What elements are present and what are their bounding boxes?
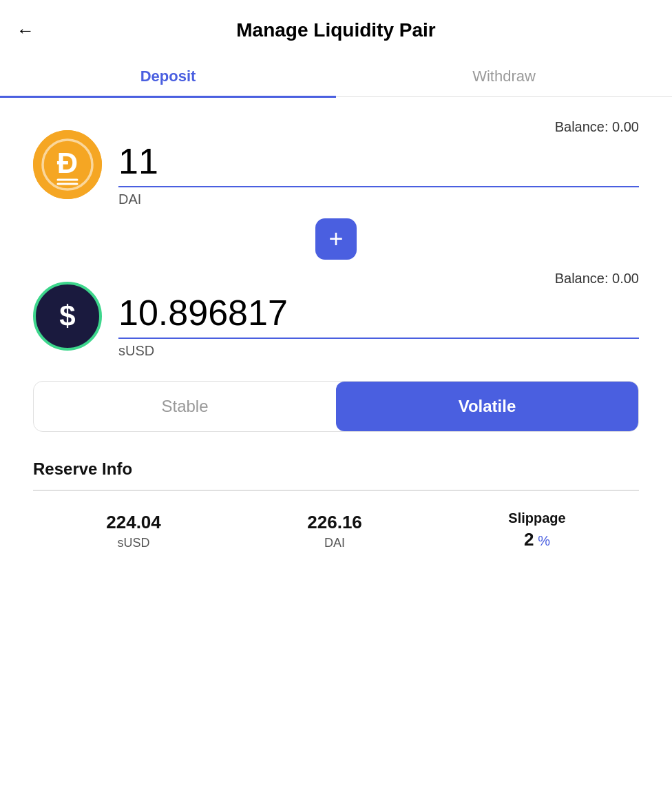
reserve-title: Reserve Info [33, 459, 639, 479]
tabs: Deposit Withdraw [0, 55, 672, 97]
reserve-divider [33, 490, 639, 491]
volatile-toggle-button[interactable]: Volatile [336, 382, 638, 431]
token1-balance: Balance: 0.00 [118, 119, 639, 135]
token1-input-area: Balance: 0.00 DAI [118, 119, 639, 207]
slippage-percent: % [538, 533, 550, 549]
reserve-susd-value: 224.04 [106, 512, 161, 533]
token1-symbol: DAI [118, 191, 639, 207]
token2-input-area: Balance: 0.00 sUSD [118, 271, 639, 359]
back-button[interactable]: ← [17, 21, 34, 39]
reserve-item-dai: 226.16 DAI [307, 512, 362, 550]
plus-button-container: + [33, 218, 639, 260]
slippage-row: 2 % [508, 529, 565, 550]
token1-amount-input[interactable] [118, 141, 639, 187]
susd-dollar-symbol: $ [59, 300, 75, 333]
page-title: Manage Liquidity Pair [236, 19, 435, 41]
reserve-data: 224.04 sUSD 226.16 DAI Slippage 2 % [33, 510, 639, 550]
slippage-value: 2 [524, 529, 534, 550]
token1-row: Ð Balance: 0.00 DAI [33, 119, 639, 207]
susd-icon: $ [33, 282, 102, 351]
token2-amount-input[interactable] [118, 292, 639, 339]
stable-toggle-button[interactable]: Stable [34, 382, 336, 431]
dai-icon: Ð [33, 130, 102, 199]
reserve-dai-value: 226.16 [307, 512, 362, 533]
token2-row: $ Balance: 0.00 sUSD [33, 271, 639, 359]
reserve-item-susd: 224.04 sUSD [106, 512, 161, 550]
token2-symbol: sUSD [118, 343, 639, 359]
svg-text:Ð: Ð [57, 147, 78, 179]
main-content: Ð Balance: 0.00 DAI + $ Balance: 0.00 sU… [0, 97, 672, 578]
reserve-section: Reserve Info 224.04 sUSD 226.16 DAI Slip… [33, 459, 639, 550]
reserve-susd-label: sUSD [106, 536, 161, 550]
dai-icon-svg: Ð [33, 130, 102, 199]
add-pair-button[interactable]: + [315, 218, 357, 260]
slippage-item: Slippage 2 % [508, 510, 565, 550]
header: ← Manage Liquidity Pair [0, 0, 672, 55]
token2-balance: Balance: 0.00 [118, 271, 639, 287]
tab-deposit[interactable]: Deposit [0, 55, 336, 96]
reserve-dai-label: DAI [307, 536, 362, 550]
pair-type-toggle: Stable Volatile [33, 381, 639, 432]
slippage-title: Slippage [508, 510, 565, 526]
tab-withdraw[interactable]: Withdraw [336, 55, 672, 96]
